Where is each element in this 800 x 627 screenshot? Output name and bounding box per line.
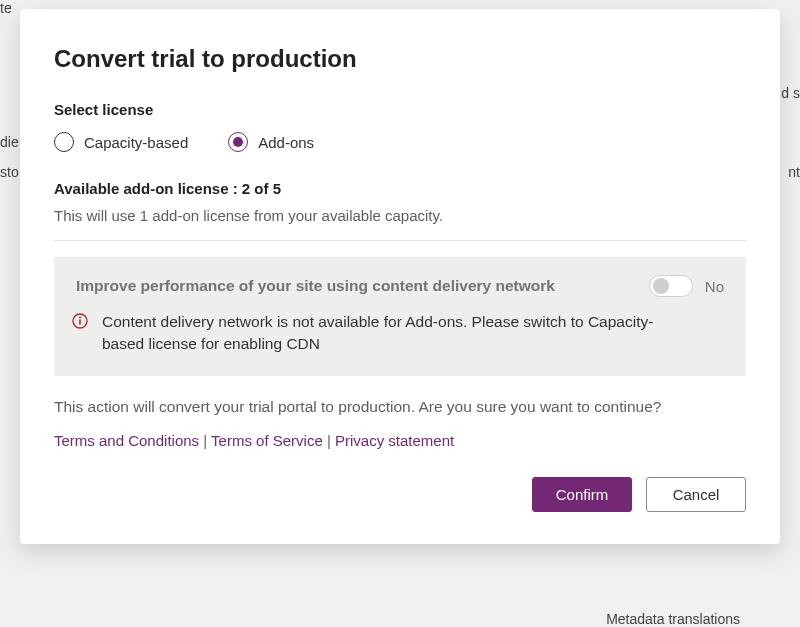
background-text: d s (781, 85, 800, 101)
cdn-info-box: Improve performance of your site using c… (54, 257, 746, 376)
toggle-state-label: No (705, 278, 724, 295)
svg-point-1 (79, 317, 81, 319)
license-radio-group: Capacity-based Add-ons (54, 132, 746, 152)
modal-button-row: Confirm Cancel (54, 477, 746, 512)
toggle-knob-icon (653, 278, 669, 294)
link-separator: | (327, 432, 335, 449)
cdn-toggle[interactable] (649, 275, 693, 297)
background-text: Metadata translations (606, 611, 740, 627)
radio-dot-icon (233, 137, 243, 147)
radio-label: Add-ons (258, 134, 314, 151)
confirm-button[interactable]: Confirm (532, 477, 632, 512)
available-license-count: Available add-on license : 2 of 5 (54, 180, 746, 197)
legal-links: Terms and Conditions | Terms of Service … (54, 432, 746, 449)
terms-conditions-link[interactable]: Terms and Conditions (54, 432, 199, 449)
confirmation-message: This action will convert your trial port… (54, 396, 746, 418)
cdn-warning-message: Content delivery network is not availabl… (102, 311, 724, 356)
background-text: sto (0, 164, 19, 180)
info-icon (72, 313, 88, 329)
convert-trial-modal: Convert trial to production Select licen… (20, 9, 780, 544)
background-text: die (0, 134, 19, 150)
modal-title: Convert trial to production (54, 45, 746, 73)
svg-rect-2 (79, 320, 81, 325)
terms-service-link[interactable]: Terms of Service (211, 432, 323, 449)
radio-capacity-based[interactable]: Capacity-based (54, 132, 188, 152)
background-text: nt (788, 164, 800, 180)
radio-icon (54, 132, 74, 152)
background-text: te (0, 0, 12, 16)
select-license-label: Select license (54, 101, 746, 118)
divider (54, 240, 746, 241)
license-usage-note: This will use 1 add-on license from your… (54, 207, 746, 224)
privacy-statement-link[interactable]: Privacy statement (335, 432, 454, 449)
link-separator: | (203, 432, 211, 449)
radio-add-ons[interactable]: Add-ons (228, 132, 314, 152)
cancel-button[interactable]: Cancel (646, 477, 746, 512)
radio-label: Capacity-based (84, 134, 188, 151)
cdn-toggle-label: Improve performance of your site using c… (76, 277, 635, 295)
radio-icon (228, 132, 248, 152)
